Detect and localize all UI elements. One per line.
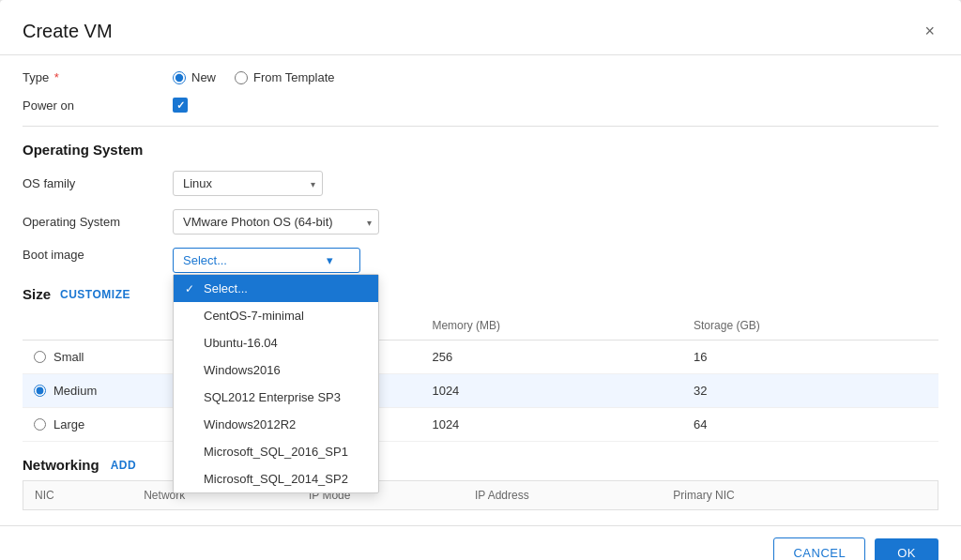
size-cell-memory-2: 1024 <box>420 408 682 442</box>
customize-link[interactable]: CUSTOMIZE <box>60 288 130 301</box>
size-radio-small[interactable] <box>34 351 46 363</box>
boot-image-arrow-icon: ▾ <box>327 253 333 267</box>
size-cell-memory-1: 1024 <box>420 374 682 408</box>
boot-image-dropdown-container: Select... ▾ ✓ Select... CentOS-7-minimal… <box>173 248 360 273</box>
type-template-option[interactable]: From Template <box>235 70 334 84</box>
cancel-button[interactable]: CANCEL <box>773 537 865 560</box>
size-heading: Size <box>23 286 51 302</box>
boot-image-option-windows2016[interactable]: Windows2016 <box>174 356 378 384</box>
boot-image-option-sql2016sp1[interactable]: Microsoft_SQL_2016_SP1 <box>174 438 378 465</box>
boot-image-dropdown-menu: ✓ Select... CentOS-7-minimal Ubuntu-16.0… <box>173 274 379 493</box>
networking-section-header: Networking ADD <box>23 457 938 473</box>
power-on-checkbox[interactable] <box>173 98 188 113</box>
boot-image-trigger[interactable]: Select... ▾ <box>173 248 360 273</box>
size-cell-storage-1: 32 <box>682 374 938 408</box>
size-cell-storage-0: 16 <box>682 341 938 374</box>
type-label: Type * <box>23 70 173 84</box>
size-row-large[interactable]: Large 4 1024 64 <box>23 408 938 442</box>
boot-image-label: Boot image <box>23 248 173 262</box>
os-family-select-wrapper: Linux Windows Other ▾ <box>173 171 323 196</box>
type-new-option[interactable]: New <box>173 70 216 84</box>
size-section-header: Size CUSTOMIZE <box>23 286 938 302</box>
type-template-label: From Template <box>253 70 334 84</box>
net-table-header-row: NIC Network IP Mode IP Address Primary N… <box>23 481 938 510</box>
create-vm-dialog: Create VM × Type * New From Template Po <box>0 0 961 560</box>
check-mark-icon: ✓ <box>185 282 198 295</box>
size-row-small[interactable]: Small 1 256 16 <box>23 341 938 374</box>
boot-image-row: Boot image Select... ▾ ✓ Select... CentO… <box>23 248 938 273</box>
operating-system-row: Operating System VMware Photon OS (64-bi… <box>23 209 938 235</box>
boot-image-option-centos7[interactable]: CentOS-7-minimal <box>174 302 378 329</box>
boot-image-option-windows2012r2[interactable]: Windows2012R2 <box>174 411 378 438</box>
operating-system-select[interactable]: VMware Photon OS (64-bit) Ubuntu CentOS <box>173 209 379 235</box>
size-label-large: Large <box>53 417 84 431</box>
type-radio-group: New From Template <box>173 70 334 84</box>
net-col-ip-address: IP Address <box>464 481 662 510</box>
size-cell-memory-0: 256 <box>420 341 682 374</box>
net-col-primary-nic: Primary NIC <box>662 481 878 510</box>
boot-image-option-sql2012[interactable]: SQL2012 Enterprise SP3 <box>174 384 378 411</box>
dialog-footer: CANCEL OK <box>0 525 961 560</box>
size-table-header-row: Cores Memory (MB) Storage (GB) <box>23 311 938 341</box>
close-button[interactable]: × <box>921 19 938 43</box>
dialog-title: Create VM <box>23 21 113 42</box>
os-family-select[interactable]: Linux Windows Other <box>173 171 323 196</box>
size-radio-large[interactable] <box>34 418 46 431</box>
net-col-nic: NIC <box>23 481 133 510</box>
networking-add-link[interactable]: ADD <box>111 459 137 472</box>
size-table: Cores Memory (MB) Storage (GB) Small 1 2… <box>23 311 938 442</box>
section-divider <box>23 126 938 127</box>
operating-system-select-wrapper: VMware Photon OS (64-bit) Ubuntu CentOS … <box>173 209 379 235</box>
operating-system-label: Operating System <box>23 215 173 229</box>
boot-image-option-sql2014sp2[interactable]: Microsoft_SQL_2014_SP2 <box>174 465 378 492</box>
networking-table: NIC Network IP Mode IP Address Primary N… <box>23 480 938 510</box>
networking-heading: Networking <box>23 457 99 473</box>
os-section-heading: Operating System <box>23 142 938 158</box>
power-on-row: Power on <box>23 98 938 113</box>
type-row: Type * New From Template <box>23 70 938 84</box>
size-label-medium: Medium <box>53 384 97 398</box>
power-on-label: Power on <box>23 98 173 113</box>
size-label-small: Small <box>53 350 84 364</box>
size-row-medium[interactable]: Medium 2 1024 32 <box>23 374 938 408</box>
boot-image-option-ubuntu1604[interactable]: Ubuntu-16.04 <box>174 329 378 356</box>
os-family-row: OS family Linux Windows Other ▾ <box>23 171 938 196</box>
size-col-storage: Storage (GB) <box>682 311 938 341</box>
boot-image-option-select[interactable]: ✓ Select... <box>174 275 378 302</box>
type-new-radio[interactable] <box>173 71 186 84</box>
type-template-radio[interactable] <box>235 71 248 84</box>
boot-image-selected-value: Select... <box>183 253 227 267</box>
dialog-header: Create VM × <box>0 0 961 55</box>
size-cell-storage-2: 64 <box>682 408 938 442</box>
net-col-actions <box>878 481 938 510</box>
type-new-label: New <box>191 70 216 84</box>
dialog-body: Type * New From Template Power on Operat… <box>0 55 961 525</box>
os-family-label: OS family <box>23 176 173 190</box>
size-radio-medium[interactable] <box>34 385 46 397</box>
ok-button[interactable]: OK <box>875 538 938 560</box>
size-col-memory: Memory (MB) <box>420 311 682 341</box>
